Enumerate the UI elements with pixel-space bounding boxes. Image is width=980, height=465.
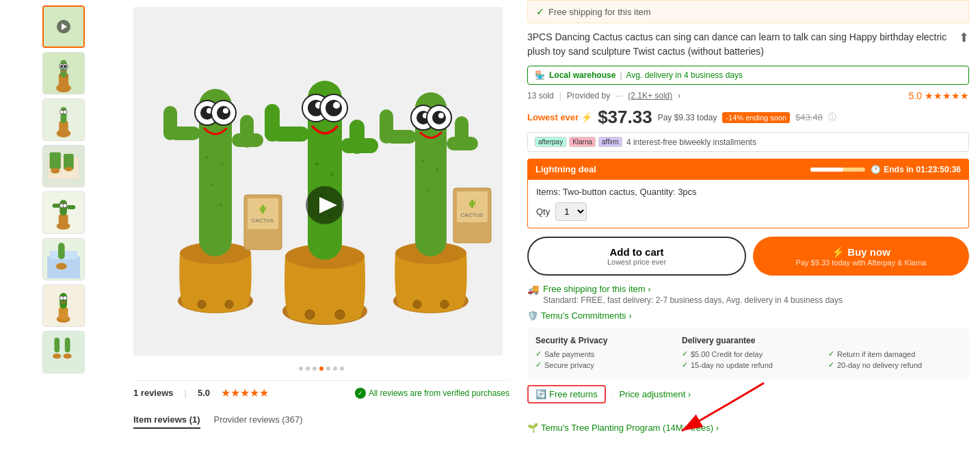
share-button[interactable]: ⬆ xyxy=(959,30,969,45)
dot-1[interactable] xyxy=(299,367,303,371)
commit-secure-privacy: ✓ Secure privacy xyxy=(535,360,668,369)
rating-stars: ★★★★★ xyxy=(925,90,969,101)
svg-point-99 xyxy=(436,168,438,171)
provider-sold[interactable]: (2.1K+ sold) xyxy=(628,91,672,101)
svg-point-57 xyxy=(220,204,222,207)
svg-point-85 xyxy=(413,300,421,308)
shield-icon: 🛡️ xyxy=(527,310,538,321)
svg-point-78 xyxy=(330,173,334,176)
svg-rect-30 xyxy=(58,308,68,320)
svg-point-17 xyxy=(64,166,72,171)
sold-sep: | xyxy=(559,91,561,101)
thumbnail-5[interactable] xyxy=(42,191,85,234)
thumbnail-3[interactable] xyxy=(42,98,85,141)
lightning-deal-body: Items: Two-button cactus, Quantity: 3pcs… xyxy=(527,180,969,228)
delivery-title: Delivery guarantee xyxy=(682,336,815,345)
installment-row: afterpay Klarna affirm 4 interest-free b… xyxy=(527,132,969,152)
review-stars: ★★★★★ xyxy=(221,386,269,399)
svg-point-28 xyxy=(55,263,66,270)
items-info: Items: Two-button cactus, Quantity: 3pcs xyxy=(536,187,960,197)
commitments-grid: Security & Privacy ✓ Safe payments ✓ Sec… xyxy=(527,328,969,380)
tab-item-reviews[interactable]: Item reviews (1) xyxy=(133,414,200,429)
svg-point-41 xyxy=(198,300,206,308)
dot-4[interactable] xyxy=(319,367,323,371)
secure-privacy-text: Secure privacy xyxy=(544,361,594,369)
shipping-details: Free shipping for this item › Standard: … xyxy=(543,284,843,305)
tab-provider-reviews[interactable]: Provider reviews (367) xyxy=(214,414,303,429)
truck-icon: 🚚 xyxy=(527,284,539,295)
commitments-cols: Security & Privacy ✓ Safe payments ✓ Sec… xyxy=(535,336,961,371)
product-title: 3PCS Dancing Cactus cactus can sing can … xyxy=(527,30,953,59)
svg-point-16 xyxy=(51,168,59,173)
svg-rect-19 xyxy=(58,215,68,227)
svg-point-86 xyxy=(440,300,449,308)
thumbnail-column xyxy=(0,0,127,465)
svg-point-56 xyxy=(211,183,213,186)
security-col: Security & Privacy ✓ Safe payments ✓ Sec… xyxy=(535,336,668,371)
timer-bar xyxy=(810,168,865,172)
svg-point-76 xyxy=(333,102,340,109)
commit-no-delivery: ✓ 20-day no delivery refund xyxy=(828,360,961,369)
dot-6[interactable] xyxy=(333,367,337,371)
commitments-link[interactable]: 🛡️ Temu's Commitments › xyxy=(527,310,969,321)
lightning-deal-label: Lightning deal xyxy=(535,164,596,174)
no-delivery-text: 20-day no delivery refund xyxy=(837,361,922,369)
add-to-cart-button[interactable]: Add to cart Lowest price ever xyxy=(527,237,746,276)
thumbnail-7[interactable] xyxy=(42,284,85,327)
dot-3[interactable] xyxy=(313,367,317,371)
arrow-icon: › xyxy=(678,91,680,101)
product-info: ✓ Free shipping for this item 3PCS Danci… xyxy=(516,0,980,465)
svg-point-52 xyxy=(217,106,230,120)
dot-2[interactable] xyxy=(306,367,310,371)
commitments-label: Temu's Commitments › xyxy=(541,310,632,321)
free-returns-badge[interactable]: 🔄 Free returns xyxy=(527,385,606,403)
thumbnail-4[interactable] xyxy=(42,145,85,187)
thumbnail-8[interactable] xyxy=(42,331,85,373)
dot-7[interactable] xyxy=(340,367,344,371)
check-icon-1: ✓ xyxy=(535,349,542,358)
thumbnail-2[interactable] xyxy=(42,52,85,94)
safe-payments-text: Safe payments xyxy=(544,350,594,358)
sold-count: 13 sold xyxy=(527,91,554,101)
warehouse-icon: 🏪 xyxy=(535,70,545,80)
buy-now-button[interactable]: ⚡ Buy now Pay $9.33 today with Afterpay … xyxy=(753,237,969,276)
return-damaged-text: Return if item damaged xyxy=(837,350,915,358)
thumbnail-6[interactable] xyxy=(42,238,85,280)
provided-by: Provided by xyxy=(567,91,610,101)
credit-delay-text: $5.00 Credit for delay xyxy=(691,350,763,358)
clock-icon: 🕐 xyxy=(871,165,881,174)
lightning-deal-bar: Lightning deal 🕐 Ends in 01:23:50:36 xyxy=(527,159,969,180)
info-icon: ⓘ xyxy=(828,111,836,123)
affirm-badge: affirm xyxy=(598,137,622,147)
price-adjustment-link[interactable]: Price adjustment › xyxy=(619,389,691,399)
svg-rect-36 xyxy=(65,338,70,353)
svg-point-54 xyxy=(206,156,209,159)
svg-rect-91 xyxy=(455,116,468,149)
shipping-link[interactable]: Free shipping for this item › xyxy=(543,284,843,294)
main-product-image: 🌵 CACTUS xyxy=(133,7,503,356)
add-to-cart-sub: Lowest price ever xyxy=(537,258,737,266)
svg-point-96 xyxy=(432,111,446,124)
svg-point-77 xyxy=(315,163,319,166)
thumbnail-1[interactable] xyxy=(42,5,85,48)
svg-point-65 xyxy=(335,310,345,319)
qty-select[interactable]: 1 2 3 xyxy=(555,202,587,221)
svg-point-75 xyxy=(326,100,342,116)
lowest-text: Lowest ever xyxy=(527,112,579,122)
review-rating: 5.0 xyxy=(198,388,210,398)
buy-now-label: ⚡ Buy now xyxy=(761,246,961,258)
svg-point-37 xyxy=(64,354,72,359)
reviews-section: 1 reviews | 5.0 ★★★★★ ✓ All reviews are … xyxy=(133,380,509,405)
deal-timer: 🕐 Ends in 01:23:50:36 xyxy=(808,165,961,174)
verified-icon: ✓ xyxy=(355,388,366,399)
payment-badges: afterpay Klarna affirm xyxy=(535,137,622,147)
svg-point-7 xyxy=(64,64,67,68)
dot-5[interactable] xyxy=(326,367,330,371)
planting-row[interactable]: 🌱 Temu's Tree Planting Program (14M+ tre… xyxy=(527,423,969,433)
svg-point-100 xyxy=(426,189,429,191)
svg-point-53 xyxy=(223,108,228,114)
svg-rect-70 xyxy=(349,120,365,154)
lightning-icon: ⚡ xyxy=(581,112,592,122)
warehouse-sep: | xyxy=(620,70,622,80)
verified-text: All reviews are from verified purchases xyxy=(369,388,509,398)
